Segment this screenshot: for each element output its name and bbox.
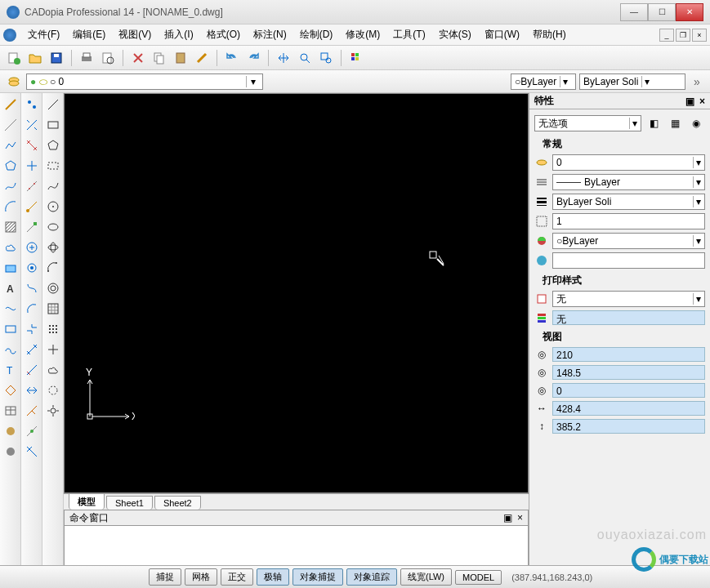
preview-button[interactable] bbox=[99, 49, 117, 67]
save-button[interactable] bbox=[47, 49, 65, 67]
move2-tool[interactable] bbox=[45, 341, 61, 358]
menu-draw[interactable]: 绘制(D) bbox=[293, 24, 340, 45]
osnap-toggle[interactable]: 对象捕捉 bbox=[292, 568, 343, 586]
polygon-tool[interactable] bbox=[2, 158, 19, 174]
open-button[interactable] bbox=[26, 49, 44, 67]
hatch-tool[interactable] bbox=[2, 219, 19, 235]
ellipse2-tool[interactable] bbox=[45, 219, 61, 235]
new-button[interactable] bbox=[5, 49, 23, 67]
curve-tool[interactable] bbox=[45, 178, 61, 194]
wipeout-tool[interactable] bbox=[2, 301, 19, 317]
fillet-tool[interactable] bbox=[24, 362, 40, 378]
ring-tool[interactable] bbox=[45, 280, 61, 296]
prop-scale[interactable]: 1 bbox=[552, 213, 705, 229]
extend-tool[interactable] bbox=[24, 301, 40, 317]
menu-insert[interactable]: 插入(I) bbox=[158, 24, 199, 45]
layer-dropdown[interactable]: ● ⬭ ○ 0 ▾ bbox=[26, 74, 263, 90]
sun-tool[interactable] bbox=[45, 403, 61, 419]
tab-sheet1[interactable]: Sheet1 bbox=[106, 496, 153, 510]
view-v3[interactable]: 0 bbox=[552, 383, 705, 398]
prop-linetype[interactable]: ByLayer▾ bbox=[552, 174, 705, 190]
menu-format[interactable]: 格式(O) bbox=[200, 24, 247, 45]
menu-file[interactable]: 文件(F) bbox=[21, 24, 66, 45]
menu-help[interactable]: 帮助(H) bbox=[526, 24, 573, 45]
selection-dropdown[interactable]: 无选项▾ bbox=[534, 115, 641, 131]
zoom-window-button[interactable] bbox=[317, 49, 335, 67]
props-close-icon[interactable]: × bbox=[699, 96, 705, 107]
prop-plotstyle[interactable]: 无▾ bbox=[552, 291, 705, 307]
redo-button[interactable] bbox=[244, 49, 262, 67]
gradient-tool[interactable] bbox=[2, 443, 19, 460]
arc2-tool[interactable] bbox=[45, 260, 61, 276]
prop-color[interactable]: ○ ByLayer▾ bbox=[552, 233, 705, 249]
view-v2[interactable]: 148.5 bbox=[552, 365, 705, 380]
rectangle-tool[interactable] bbox=[2, 321, 19, 337]
insert-block-tool[interactable] bbox=[2, 382, 19, 399]
copy-button[interactable] bbox=[150, 49, 168, 67]
select-objects-icon[interactable]: ▦ bbox=[666, 114, 684, 132]
polar-toggle[interactable]: 极轴 bbox=[257, 568, 289, 586]
drawing-canvas[interactable]: Y X bbox=[64, 93, 529, 493]
toggle-pickadd-icon[interactable]: ◉ bbox=[687, 114, 705, 132]
menu-tools[interactable]: 工具(T) bbox=[386, 24, 431, 45]
cmd-close-icon[interactable]: × bbox=[517, 512, 523, 523]
polygon2-tool[interactable] bbox=[45, 137, 61, 154]
mdi-restore[interactable]: ❐ bbox=[676, 29, 690, 42]
donut-tool[interactable] bbox=[2, 341, 19, 358]
3dorbit-tool[interactable] bbox=[45, 239, 61, 256]
model-toggle[interactable]: MODEL bbox=[455, 570, 502, 585]
chamfer-tool[interactable] bbox=[24, 341, 40, 358]
zoom-button[interactable] bbox=[296, 49, 314, 67]
menu-view[interactable]: 视图(V) bbox=[112, 24, 158, 45]
mdi-minimize[interactable]: _ bbox=[659, 29, 674, 42]
construction-line-tool[interactable] bbox=[2, 117, 19, 133]
join-tool[interactable] bbox=[24, 423, 40, 439]
tab-model[interactable]: 模型 bbox=[69, 493, 105, 510]
menu-dimension[interactable]: 标注(N) bbox=[247, 24, 293, 45]
break-tool[interactable] bbox=[24, 321, 40, 337]
props-dock-icon[interactable]: ▣ bbox=[685, 96, 694, 107]
otrack-toggle[interactable]: 对象追踪 bbox=[346, 568, 397, 586]
pointgrid-tool[interactable] bbox=[45, 321, 61, 337]
scale-tool[interactable] bbox=[24, 239, 40, 256]
minimize-button[interactable]: — bbox=[620, 3, 648, 21]
layer-icon[interactable] bbox=[5, 73, 23, 91]
offset-tool[interactable] bbox=[24, 158, 40, 174]
circle3-tool[interactable] bbox=[45, 382, 61, 399]
line2-tool[interactable] bbox=[45, 96, 61, 113]
maximize-button[interactable]: ☐ bbox=[648, 3, 676, 21]
cut-button[interactable] bbox=[129, 49, 147, 67]
mirror-tool[interactable] bbox=[24, 137, 40, 154]
toolbar-overflow[interactable]: » bbox=[689, 75, 705, 88]
quick-select-icon[interactable]: ◧ bbox=[645, 114, 663, 132]
rotate-tool[interactable] bbox=[24, 219, 40, 235]
match-button[interactable] bbox=[193, 49, 211, 67]
arc-tool[interactable] bbox=[2, 198, 19, 215]
cloud2-tool[interactable] bbox=[45, 362, 61, 378]
trim-tool[interactable] bbox=[24, 280, 40, 296]
close-button[interactable]: ✕ bbox=[676, 3, 703, 21]
text-tool[interactable]: A bbox=[2, 280, 19, 296]
rect2-tool[interactable] bbox=[45, 117, 61, 133]
pan-button[interactable] bbox=[275, 49, 292, 67]
tab-sheet2[interactable]: Sheet2 bbox=[154, 496, 201, 510]
ortho-toggle[interactable]: 正交 bbox=[221, 568, 253, 586]
stretch-tool[interactable] bbox=[24, 260, 40, 276]
table-tool[interactable] bbox=[2, 403, 19, 419]
cmd-dock-icon[interactable]: ▣ bbox=[503, 512, 512, 523]
print-button[interactable] bbox=[78, 49, 96, 67]
line-tool[interactable] bbox=[2, 96, 19, 113]
grid-toggle[interactable]: 网格 bbox=[185, 568, 217, 586]
erase-tool[interactable] bbox=[24, 96, 40, 113]
view-v5[interactable]: 385.2 bbox=[552, 419, 705, 434]
lasso-tool[interactable] bbox=[45, 158, 61, 174]
menu-edit[interactable]: 编辑(E) bbox=[66, 24, 112, 45]
prop-lineweight[interactable]: ByLayer Soli▾ bbox=[552, 194, 705, 210]
paint-tool[interactable] bbox=[2, 423, 19, 439]
paste-button[interactable] bbox=[172, 49, 190, 67]
array-tool[interactable] bbox=[24, 178, 40, 194]
spline-tool[interactable] bbox=[2, 178, 19, 194]
prop-hyperlink[interactable] bbox=[552, 252, 705, 269]
explode-tool[interactable] bbox=[24, 382, 40, 399]
menu-window[interactable]: 窗口(W) bbox=[478, 24, 526, 45]
